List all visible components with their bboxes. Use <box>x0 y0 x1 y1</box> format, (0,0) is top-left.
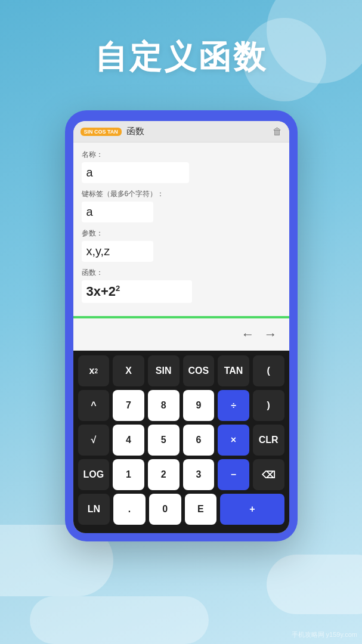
params-label: 参数： <box>82 228 281 239</box>
btn-x2[interactable]: x2 <box>78 355 110 386</box>
form-area: 名称： a 键标签（最多6个字符）： a 参数： x,y,z 函数： 3x+22 <box>73 143 289 317</box>
bg-cloud-bottom <box>30 596 209 644</box>
keyboard-row-2: ^ 7 8 9 ÷ ) <box>78 390 284 421</box>
btn-9[interactable]: 9 <box>183 390 215 421</box>
btn-dot[interactable]: . <box>113 494 146 525</box>
btn-sin[interactable]: SIN <box>148 355 180 386</box>
btn-8[interactable]: 8 <box>148 390 180 421</box>
btn-multiply[interactable]: × <box>218 425 249 456</box>
btn-6[interactable]: 6 <box>183 425 215 456</box>
btn-tan[interactable]: TAN <box>218 355 249 386</box>
btn-divide[interactable]: ÷ <box>218 390 249 421</box>
btn-3[interactable]: 3 <box>183 459 215 490</box>
btn-log[interactable]: LOG <box>78 459 110 490</box>
function-superscript: 2 <box>116 284 120 293</box>
btn-close-paren[interactable]: ) <box>253 390 284 421</box>
btn-sqrt[interactable]: √ <box>78 425 110 456</box>
btn-ln[interactable]: LN <box>78 494 110 525</box>
btn-x[interactable]: X <box>113 355 144 386</box>
keyboard-row-1: x2 X SIN COS TAN ( <box>78 355 284 386</box>
function-input[interactable]: 3x+22 <box>82 280 192 303</box>
watermark: 手机攻略网 y159y.com <box>292 630 357 639</box>
btn-cos[interactable]: COS <box>183 355 215 386</box>
bg-cloud-right <box>267 555 362 614</box>
btn-2[interactable]: 2 <box>148 459 180 490</box>
keyboard-row-3: √ 4 5 6 × CLR <box>78 425 284 456</box>
btn-7[interactable]: 7 <box>113 390 144 421</box>
keyboard-row-4: LOG 1 2 3 − ⌫ <box>78 459 284 490</box>
screen: SIN COS TAN 函数 🗑 名称： a 键标签（最多6个字符）： a 参数… <box>73 121 289 533</box>
right-arrow[interactable]: → <box>264 327 277 342</box>
btn-backspace[interactable]: ⌫ <box>253 459 284 490</box>
name-input[interactable]: a <box>82 162 189 183</box>
top-bar-title: 函数 <box>126 126 273 137</box>
btn-e[interactable]: E <box>185 494 217 525</box>
keyboard-row-5: LN . 0 E + <box>78 494 284 525</box>
nav-arrows: ← → <box>73 317 289 351</box>
btn-open-paren[interactable]: ( <box>253 355 284 386</box>
phone-frame: SIN COS TAN 函数 🗑 名称： a 键标签（最多6个字符）： a 参数… <box>65 110 298 541</box>
btn-5[interactable]: 5 <box>148 425 180 456</box>
function-value: 3x+2 <box>86 284 116 299</box>
top-bar: SIN COS TAN 函数 🗑 <box>73 121 289 143</box>
params-input[interactable]: x,y,z <box>82 241 153 262</box>
key-label: 键标签（最多6个字符）： <box>82 189 281 199</box>
btn-minus[interactable]: − <box>218 459 249 490</box>
btn-caret[interactable]: ^ <box>78 390 110 421</box>
trash-icon[interactable]: 🗑 <box>273 126 282 137</box>
function-label: 函数： <box>82 268 281 278</box>
left-arrow[interactable]: ← <box>242 327 255 342</box>
btn-4[interactable]: 4 <box>113 425 144 456</box>
calc-keyboard: x2 X SIN COS TAN ( ^ 7 8 9 ÷ ) √ 4 5 <box>73 351 289 533</box>
btn-1[interactable]: 1 <box>113 459 144 490</box>
app-logo: SIN COS TAN <box>81 128 122 136</box>
page-title: 自定义函数 <box>0 36 362 79</box>
key-input[interactable]: a <box>82 202 153 222</box>
btn-clr[interactable]: CLR <box>253 425 284 456</box>
btn-plus[interactable]: + <box>220 494 284 525</box>
name-label: 名称： <box>82 150 281 160</box>
btn-0[interactable]: 0 <box>149 494 181 525</box>
logo-text: SIN COS TAN <box>84 129 118 135</box>
